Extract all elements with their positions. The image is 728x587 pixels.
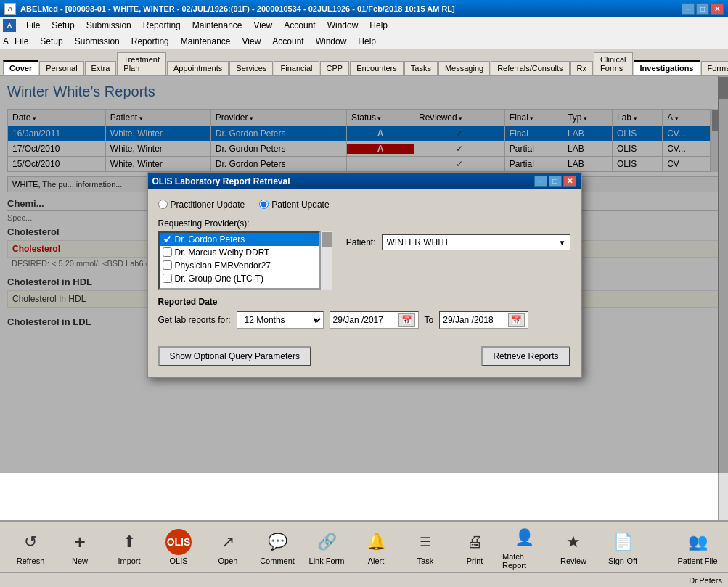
- alert-label: Alert: [368, 557, 385, 565]
- tab-encounters[interactable]: Encounters: [350, 61, 404, 75]
- review-icon: ★: [560, 529, 586, 555]
- sec-menu-help[interactable]: Help: [352, 35, 382, 48]
- sec-menu-reporting[interactable]: Reporting: [126, 35, 175, 48]
- new-label: New: [72, 557, 88, 565]
- provider-name-emr: Physician EMRVendor27: [175, 260, 271, 271]
- title-text: ABELMed - [000093-01 - WHITE, WINTER - 0…: [20, 4, 682, 13]
- tab-treatment-plan[interactable]: Treatment Plan: [117, 52, 166, 75]
- practitioner-radio-input[interactable]: [158, 200, 168, 209]
- provider-list-container[interactable]: Dr. Gordon Peters Dr. Marcus Welby DDRT …: [158, 231, 320, 290]
- provider-checkbox-gordon[interactable]: [163, 234, 172, 244]
- tab-messaging[interactable]: Messaging: [438, 61, 490, 75]
- radio-practitioner-update[interactable]: Practitioner Update: [158, 200, 245, 210]
- patient-radio-input[interactable]: [259, 200, 269, 209]
- tab-clinical-forms[interactable]: Clinical Forms: [594, 52, 632, 75]
- modal-minimize-button[interactable]: −: [534, 176, 547, 187]
- refresh-button[interactable]: ↺ Refresh: [6, 526, 55, 568]
- retrieve-reports-button[interactable]: Retrieve Reports: [481, 346, 570, 366]
- modal-restore-button[interactable]: □: [549, 176, 562, 187]
- task-icon: ☰: [412, 529, 438, 555]
- alert-icon: 🔔: [363, 529, 389, 555]
- new-button[interactable]: + New: [55, 526, 105, 568]
- tab-cover[interactable]: Cover: [3, 60, 38, 75]
- modal-buttons-row: Show Optional Query Parameters Retrieve …: [158, 340, 570, 366]
- sign-off-button[interactable]: 📄 Sign-Off: [598, 526, 647, 568]
- patient-label: Patient:: [346, 237, 376, 247]
- match-report-label: Match Report: [502, 552, 546, 570]
- tab-forms[interactable]: Forms: [701, 61, 729, 75]
- link-form-button[interactable]: 🔗 Link Form: [302, 526, 351, 568]
- open-button[interactable]: ↗ Open: [203, 526, 253, 568]
- patient-select[interactable]: WINTER WHITE: [382, 234, 570, 250]
- provider-name-group: Dr. Group One (LTC-T): [175, 274, 263, 284]
- provider-item-emr[interactable]: Physician EMRVendor27: [160, 259, 319, 272]
- review-button[interactable]: ★ Review: [549, 526, 598, 568]
- print-button[interactable]: 🖨 Print: [450, 526, 499, 568]
- minimize-button[interactable]: −: [682, 3, 695, 15]
- tab-appointments[interactable]: Appointments: [167, 61, 229, 75]
- provider-checkbox-marcus[interactable]: [163, 247, 172, 257]
- provider-item-group[interactable]: Dr. Group One (LTC-T): [160, 272, 319, 285]
- date-from-input[interactable]: [333, 315, 398, 325]
- close-button[interactable]: ✕: [711, 3, 724, 15]
- comment-button[interactable]: 💬 Comment: [253, 526, 302, 568]
- alert-button[interactable]: 🔔 Alert: [351, 526, 401, 568]
- olis-button[interactable]: OLIS OLIS: [154, 526, 203, 568]
- date-to-input[interactable]: [443, 315, 508, 325]
- tab-referrals[interactable]: Referrals/Consults: [491, 61, 569, 75]
- menu-setup[interactable]: Setup: [46, 19, 80, 32]
- date-to-calendar-button[interactable]: 📅: [508, 313, 525, 327]
- provider-item-marcus[interactable]: Dr. Marcus Welby DDRT: [160, 246, 319, 259]
- import-button[interactable]: ⬆ Import: [105, 526, 154, 568]
- menu-account[interactable]: Account: [278, 19, 321, 32]
- tab-financial[interactable]: Financial: [274, 61, 319, 75]
- reported-date-label: Reported Date: [158, 297, 570, 307]
- modal-title-text: OLIS Laboratory Report Retrieval: [152, 176, 533, 186]
- new-icon: +: [67, 529, 93, 555]
- provider-checkbox-group[interactable]: [163, 274, 172, 283]
- tab-services[interactable]: Services: [229, 61, 273, 75]
- tab-rx[interactable]: Rx: [570, 61, 593, 75]
- provider-list-scrollbar[interactable]: [320, 231, 332, 290]
- sec-menu-account[interactable]: Account: [266, 35, 309, 48]
- period-select[interactable]: 1 Month 3 Months 6 Months 12 Months 24 M…: [237, 311, 324, 329]
- menu-help[interactable]: Help: [364, 19, 393, 32]
- main-content: Winter White's Reports Date Patient Prov…: [0, 76, 728, 525]
- date-to-wrapper: 📅: [439, 311, 528, 329]
- task-button[interactable]: ☰ Task: [401, 526, 450, 568]
- tab-personal[interactable]: Personal: [39, 61, 83, 75]
- window-controls: − □ ✕: [682, 3, 724, 15]
- app-icon: A: [4, 3, 16, 15]
- sec-menu-window[interactable]: Window: [310, 35, 353, 48]
- tab-investigations[interactable]: Investigations: [634, 60, 700, 75]
- menu-file[interactable]: File: [20, 19, 46, 32]
- modal-overlay: OLIS Laboratory Report Retrieval − □ ✕ P…: [0, 76, 728, 473]
- tab-extra[interactable]: Extra: [85, 61, 117, 75]
- provider-checkbox-emr[interactable]: [163, 260, 172, 270]
- date-row: Get lab reports for: 1 Month 3 Months 6 …: [158, 311, 570, 329]
- sec-menu-setup[interactable]: Setup: [34, 35, 68, 48]
- menu-window[interactable]: Window: [322, 19, 364, 32]
- link-form-icon: 🔗: [314, 529, 340, 555]
- match-report-button[interactable]: 👤 Match Report: [499, 522, 549, 572]
- sec-menu-file[interactable]: File: [9, 35, 34, 48]
- provider-section: Requesting Provider(s): Dr. Gordon Peter…: [158, 218, 332, 290]
- menu-maintenance[interactable]: Maintenance: [187, 19, 248, 32]
- menu-reporting[interactable]: Reporting: [137, 19, 187, 32]
- menu-view[interactable]: View: [248, 19, 278, 32]
- modal-close-button[interactable]: ✕: [563, 176, 576, 187]
- provider-item-gordon[interactable]: Dr. Gordon Peters: [160, 233, 319, 246]
- radio-patient-update[interactable]: Patient Update: [259, 200, 329, 210]
- date-from-calendar-button[interactable]: 📅: [398, 313, 415, 327]
- tab-tasks[interactable]: Tasks: [404, 61, 438, 75]
- menu-submission[interactable]: Submission: [81, 19, 137, 32]
- tab-cpp[interactable]: CPP: [320, 61, 350, 75]
- sec-menu-submission[interactable]: Submission: [69, 35, 126, 48]
- sec-menu-view[interactable]: View: [237, 35, 267, 48]
- patient-file-button[interactable]: 👥 Patient File: [673, 526, 722, 568]
- modal-dialog: OLIS Laboratory Report Retrieval − □ ✕ P…: [147, 172, 582, 378]
- restore-button[interactable]: □: [696, 3, 709, 15]
- show-optional-button[interactable]: Show Optional Query Parameters: [158, 346, 311, 366]
- print-label: Print: [467, 557, 483, 565]
- sec-menu-maintenance[interactable]: Maintenance: [175, 35, 237, 48]
